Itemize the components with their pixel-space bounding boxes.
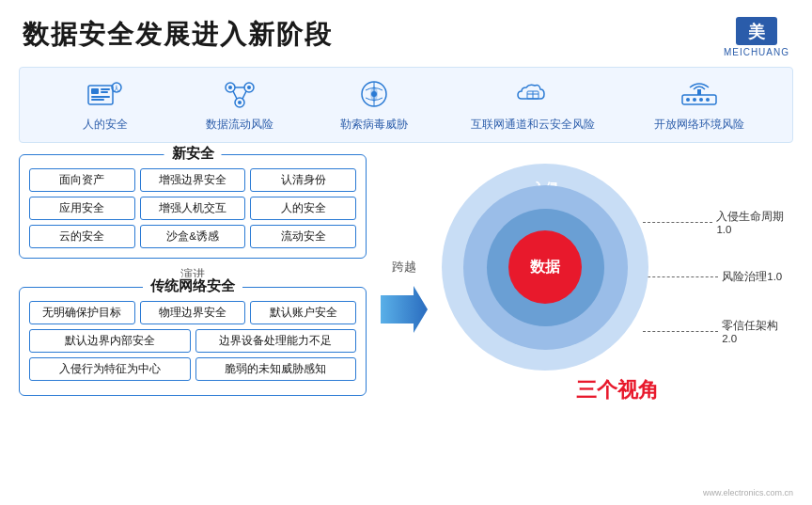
- svg-text:美: 美: [747, 22, 766, 41]
- trad-cell-3: 默认边界内部安全: [29, 329, 191, 353]
- page-title: 数据安全发展进入新阶段: [23, 17, 333, 53]
- new-security-cell-7: 沙盒&诱感: [140, 225, 246, 248]
- traditional-security-box: 传统网络安全 无明确保护目标 物理边界安全 默认账户安全 默认边界内部安全 边界…: [19, 287, 367, 396]
- icon-label-person: 人的安全: [83, 117, 128, 133]
- icon-label-ransomware: 勒索病毒威胁: [340, 117, 408, 133]
- svg-point-21: [371, 91, 377, 97]
- annotation-text-0: 入侵生命周期1.0: [716, 210, 793, 235]
- dash-line-0: [643, 222, 712, 223]
- trad-cell-2: 默认账户安全: [250, 301, 356, 324]
- svg-line-14: [233, 91, 237, 99]
- svg-point-28: [699, 98, 703, 102]
- new-security-cell-0: 面向资产: [29, 168, 135, 192]
- icon-item-cloud: 互联网通道和云安全风险: [471, 77, 595, 133]
- new-security-grid: 面向资产 增强边界安全 认清身份 应用安全 增强人机交互 人的安全 云的安全 沙…: [29, 168, 356, 248]
- circle-data-label: 数据: [530, 258, 560, 277]
- trad-cell-0: 无明确保护目标: [29, 301, 135, 324]
- concentric-circles: 入侵 风险 资产 数据: [442, 164, 633, 371]
- icon-item-person: 人 人的安全: [68, 77, 143, 133]
- traditional-security-grid: 无明确保护目标 物理边界安全 默认账户安全 默认边界内部安全 边界设备处理能力不…: [29, 301, 356, 381]
- icon-item-network: 开放网络环境风险: [654, 77, 744, 133]
- new-security-cell-1: 增强边界安全: [140, 168, 246, 192]
- annotation-1: 风险治理1.0: [643, 270, 793, 284]
- arrow-label: 跨越: [392, 259, 416, 276]
- icon-item-ransomware: 勒索病毒威胁: [336, 77, 412, 133]
- svg-rect-7: [91, 99, 104, 101]
- dash-line-1: [643, 276, 718, 277]
- new-security-cell-4: 增强人机交互: [140, 197, 246, 220]
- svg-point-29: [706, 98, 710, 102]
- middle-arrow-section: 跨越: [376, 154, 432, 404]
- svg-rect-30: [697, 89, 701, 95]
- data-flow-icon: [220, 77, 259, 111]
- icon-label-cloud: 互联网通道和云安全风险: [471, 117, 595, 133]
- ransomware-icon: [354, 77, 394, 111]
- annotations-panel: 入侵生命周期1.0 风险治理1.0 零信任架构2.0: [643, 192, 793, 361]
- annotation-text-1: 风险治理1.0: [722, 270, 782, 284]
- svg-rect-4: [101, 88, 110, 90]
- dash-line-2: [643, 331, 718, 332]
- svg-line-15: [242, 91, 246, 99]
- icon-row: 人 人的安全 数据流动风险: [19, 67, 793, 143]
- new-security-title: 新安全: [164, 145, 222, 163]
- svg-point-27: [693, 98, 696, 102]
- content-area: 新安全 面向资产 增强边界安全 认清身份 应用安全 增强人机交互 人的安全 云的…: [19, 154, 793, 404]
- new-security-cell-5: 人的安全: [250, 197, 356, 220]
- new-security-cell-6: 云的安全: [29, 225, 135, 248]
- svg-point-17: [247, 86, 251, 89]
- new-security-cell-8: 流动安全: [250, 225, 356, 248]
- trad-cell-5: 入侵行为特征为中心: [29, 357, 191, 381]
- trad-row-2: 默认边界内部安全 边界设备处理能力不足: [29, 329, 356, 353]
- new-security-box: 新安全 面向资产 增强边界安全 认清身份 应用安全 增强人机交互 人的安全 云的…: [19, 154, 367, 259]
- icon-item-dataflow: 数据流动风险: [202, 77, 277, 133]
- right-panel: 入侵 风险 资产 数据 入侵生命周期1.0: [442, 154, 793, 404]
- trad-cell-6: 脆弱的未知威胁感知: [195, 357, 357, 381]
- network-risk-icon: [679, 77, 719, 111]
- person-security-icon: 人: [86, 77, 125, 111]
- svg-point-26: [686, 98, 690, 102]
- annotation-2: 零信任架构2.0: [643, 319, 793, 344]
- logo-brand: MEICHUANG: [724, 47, 789, 57]
- trad-row-1: 无明确保护目标 物理边界安全 默认账户安全: [29, 301, 356, 324]
- svg-rect-6: [91, 96, 110, 98]
- trad-cell-1: 物理边界安全: [140, 301, 246, 324]
- left-panel: 新安全 面向资产 增强边界安全 认清身份 应用安全 增强人机交互 人的安全 云的…: [19, 154, 367, 404]
- trad-cell-4: 边界设备处理能力不足: [195, 329, 357, 353]
- watermark: www.electronics.com.cn: [703, 488, 793, 497]
- svg-text:人: 人: [113, 85, 120, 93]
- svg-rect-2: [88, 86, 113, 104]
- annotation-text-2: 零信任架构2.0: [722, 319, 793, 344]
- icon-label-dataflow: 数据流动风险: [206, 117, 273, 133]
- trad-row-3: 入侵行为特征为中心 脆弱的未知威胁感知: [29, 357, 356, 381]
- three-views-label: 三个视角: [576, 376, 659, 404]
- logo-area: 美 MEICHUANG: [724, 17, 789, 57]
- header-section: 数据安全发展进入新阶段 美 MEICHUANG: [0, 0, 812, 67]
- logo-icon: 美: [736, 17, 777, 45]
- svg-rect-5: [101, 91, 108, 93]
- annotation-0: 入侵生命周期1.0: [643, 210, 793, 235]
- right-arrow-icon: [381, 281, 428, 338]
- svg-point-16: [228, 86, 232, 89]
- circle-data: 数据: [508, 230, 582, 304]
- traditional-security-title: 传统网络安全: [143, 277, 242, 295]
- svg-marker-31: [381, 286, 428, 333]
- svg-point-18: [238, 101, 242, 104]
- icon-label-network: 开放网络环境风险: [654, 117, 744, 133]
- svg-rect-3: [91, 88, 99, 94]
- new-security-cell-3: 应用安全: [29, 197, 135, 220]
- cloud-security-icon: [513, 77, 553, 111]
- new-security-cell-2: 认清身份: [250, 168, 356, 192]
